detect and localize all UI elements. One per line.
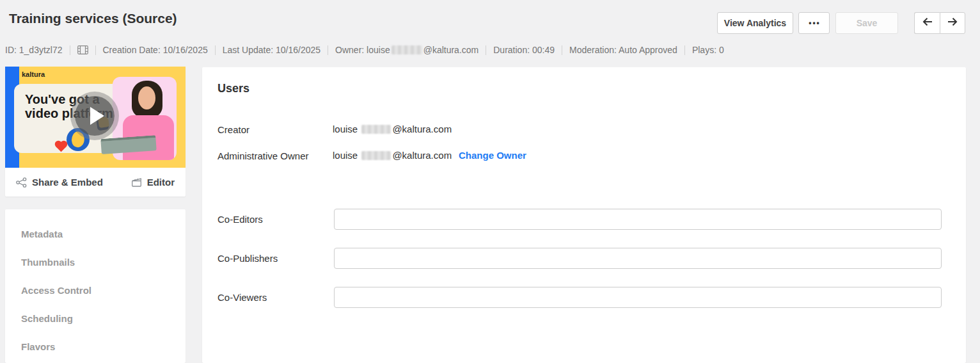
- divider: [328, 45, 328, 55]
- share-icon: [16, 177, 27, 188]
- co-editors-label: Co-Editors: [217, 214, 263, 225]
- previous-entry-button[interactable]: [914, 12, 940, 34]
- view-analytics-button[interactable]: View Analytics: [717, 12, 793, 34]
- divider: [562, 45, 562, 55]
- preview-card: kaltura You've got a video platform!: [5, 67, 186, 197]
- last-update: Last Update: 10/16/2025: [223, 45, 320, 55]
- divider: [215, 45, 216, 55]
- page-title: Training services (Source): [9, 11, 177, 26]
- admin-owner-value: louise @kaltura.com: [333, 150, 452, 161]
- creator-prefix: louise: [333, 124, 358, 134]
- menu-item-label: Flavors: [21, 341, 55, 352]
- entry-details-page: Training services (Source) View Analytic…: [0, 0, 980, 363]
- creator-suffix: @kaltura.com: [392, 124, 452, 134]
- person-face: [138, 86, 155, 109]
- menu-item-label: Access Control: [21, 285, 91, 296]
- co-viewers-label: Co-Viewers: [217, 292, 267, 303]
- play-icon[interactable]: [75, 96, 115, 136]
- film-strip-icon: [77, 45, 88, 54]
- admin-owner-label: Administrative Owner: [217, 150, 309, 161]
- entry-id: ID: 1_d3ytzl72: [5, 45, 63, 55]
- divider: [684, 45, 685, 55]
- editor-button[interactable]: Editor: [131, 177, 175, 188]
- co-viewers-input[interactable]: [334, 287, 942, 308]
- sidebar-item-access-control[interactable]: Access Control: [5, 276, 186, 304]
- plays-count: Plays: 0: [692, 45, 724, 55]
- kaltura-logo: kaltura: [22, 70, 45, 78]
- admin-owner-prefix: louise: [333, 150, 358, 161]
- creator-label: Creator: [217, 124, 249, 135]
- divider: [70, 45, 70, 55]
- creator-value: louise @kaltura.com: [333, 124, 452, 134]
- arrow-right-icon: [946, 15, 959, 31]
- owner-suffix: @kaltura.com: [423, 45, 479, 55]
- creation-date: Creation Date: 10/16/2025: [103, 45, 208, 55]
- duration: Duration: 00:49: [493, 45, 555, 55]
- arrow-left-icon: [921, 15, 934, 31]
- clapperboard-icon: [131, 177, 142, 188]
- menu-item-label: Metadata: [21, 229, 63, 239]
- co-publishers-input[interactable]: [334, 248, 942, 269]
- share-embed-label: Share & Embed: [32, 177, 103, 188]
- section-title: Users: [217, 82, 249, 95]
- entry-meta-bar: ID: 1_d3ytzl72 Creation Date: 10/16/2025…: [5, 45, 724, 55]
- owner-prefix: Owner: louise: [335, 45, 390, 55]
- share-embed-button[interactable]: Share & Embed: [16, 177, 103, 188]
- change-owner-link[interactable]: Change Owner: [459, 150, 526, 161]
- moderation-status: Moderation: Auto Approved: [569, 45, 677, 55]
- menu-item-label: Thumbnails: [21, 257, 75, 268]
- redacted-text: [361, 151, 391, 160]
- admin-owner-suffix: @kaltura.com: [392, 150, 452, 161]
- next-entry-button[interactable]: [940, 12, 965, 34]
- preview-actions: Share & Embed Editor: [5, 168, 186, 197]
- owner: Owner: louise@kaltura.com: [335, 45, 478, 55]
- users-panel: Users Creator louise @kaltura.com Admini…: [202, 67, 966, 363]
- save-button[interactable]: Save: [835, 12, 898, 34]
- menu-item-label: Scheduling: [21, 313, 73, 324]
- divider: [486, 45, 486, 55]
- sidebar-item-scheduling[interactable]: Scheduling: [5, 304, 186, 332]
- redacted-text: [361, 125, 391, 134]
- entry-sections-menu: Metadata Thumbnails Access Control Sched…: [5, 209, 186, 363]
- sidebar-item-metadata[interactable]: Metadata: [5, 220, 186, 248]
- redacted-text: [391, 45, 422, 54]
- sidebar-item-flavors[interactable]: Flavors: [5, 332, 186, 360]
- co-editors-input[interactable]: [334, 209, 942, 230]
- co-publishers-label: Co-Publishers: [217, 253, 278, 264]
- video-thumbnail: kaltura You've got a video platform!: [5, 67, 186, 168]
- editor-label: Editor: [147, 177, 175, 188]
- entry-navigation: [914, 12, 965, 34]
- more-actions-button[interactable]: •••: [798, 12, 830, 34]
- sidebar-item-thumbnails[interactable]: Thumbnails: [5, 248, 186, 276]
- divider: [95, 45, 96, 55]
